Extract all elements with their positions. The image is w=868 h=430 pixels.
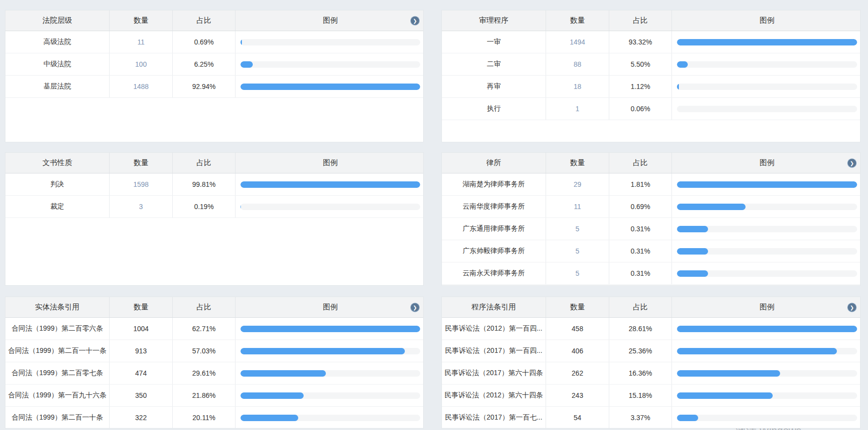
bar-value bbox=[677, 248, 708, 255]
bar-track bbox=[677, 348, 857, 354]
row-percentage: 6.25% bbox=[173, 53, 236, 75]
row-label: 二审 bbox=[442, 53, 546, 75]
row-percentage: 92.94% bbox=[173, 76, 236, 97]
row-count[interactable]: 5 bbox=[546, 262, 609, 284]
row-count[interactable]: 1488 bbox=[110, 76, 173, 97]
column-header-legend: 图例 bbox=[236, 297, 423, 317]
table-row: 民事诉讼法（2012）第一百四...45828.61% bbox=[442, 318, 860, 340]
panel-expand-icon[interactable]: ❯ bbox=[411, 16, 419, 25]
row-bar-cell bbox=[236, 31, 423, 53]
bar-track bbox=[240, 61, 420, 68]
row-bar-cell bbox=[672, 173, 860, 195]
row-label: 一审 bbox=[442, 31, 546, 53]
table-row: 一审149493.32% bbox=[442, 31, 860, 53]
row-percentage: 0.06% bbox=[609, 98, 672, 120]
row-count[interactable]: 1 bbox=[546, 98, 609, 120]
row-bar-cell bbox=[672, 98, 860, 120]
table-row: 民事诉讼法（2017）第一百七...543.37% bbox=[442, 407, 860, 429]
row-count[interactable]: 29 bbox=[546, 173, 609, 195]
stat-panel-5: 实体法条引用 数量 占比 图例 ❯ 合同法（1999）第二百零六条100462.… bbox=[5, 297, 424, 429]
row-count[interactable]: 5 bbox=[546, 218, 609, 240]
bar-value bbox=[677, 39, 857, 45]
row-percentage: 0.69% bbox=[173, 31, 236, 53]
table-row: 执行10.06% bbox=[442, 98, 860, 120]
table-row: 合同法（1999）第一百九十六条35021.86% bbox=[5, 385, 423, 407]
bar-value bbox=[240, 392, 304, 399]
column-header-count: 数量 bbox=[110, 297, 173, 317]
row-count[interactable]: 11 bbox=[546, 196, 609, 217]
bar-value bbox=[677, 348, 837, 354]
panel-header: 文书性质 数量 占比 图例 bbox=[5, 153, 423, 173]
column-header-pct: 占比 bbox=[173, 297, 236, 317]
row-bar-cell bbox=[672, 385, 860, 406]
row-bar-cell bbox=[672, 240, 860, 262]
row-count[interactable]: 88 bbox=[546, 53, 609, 75]
row-count: 474 bbox=[110, 362, 173, 384]
panel-rows: 判决159899.81%裁定30.19% bbox=[5, 173, 423, 218]
row-count[interactable]: 18 bbox=[546, 76, 609, 97]
row-count[interactable]: 100 bbox=[110, 53, 173, 75]
panel-header: 审理程序 数量 占比 图例 bbox=[442, 10, 860, 31]
row-count[interactable]: 1494 bbox=[546, 31, 609, 53]
row-count: 913 bbox=[110, 340, 173, 362]
row-count[interactable]: 3 bbox=[110, 196, 173, 217]
bar-value bbox=[240, 61, 253, 68]
row-label: 合同法（1999）第二百零六条 bbox=[5, 318, 110, 340]
row-count: 1004 bbox=[110, 318, 173, 340]
panel-expand-icon[interactable]: ❯ bbox=[411, 303, 419, 311]
column-header-count: 数量 bbox=[546, 10, 609, 31]
row-label: 高级法院 bbox=[5, 31, 110, 53]
column-header-pct: 占比 bbox=[173, 153, 236, 173]
row-bar-cell bbox=[672, 340, 860, 362]
row-count[interactable]: 5 bbox=[546, 240, 609, 262]
row-bar-cell bbox=[236, 407, 423, 429]
bar-value bbox=[240, 181, 420, 188]
bar-track bbox=[677, 181, 857, 188]
bar-track bbox=[240, 370, 420, 377]
row-bar-cell bbox=[236, 362, 423, 384]
panel-header: 程序法条引用 数量 占比 图例 ❯ bbox=[442, 297, 860, 318]
bar-value bbox=[240, 84, 420, 90]
row-bar-cell bbox=[672, 318, 860, 340]
panel-header: 法院层级 数量 占比 图例 ❯ bbox=[5, 10, 423, 31]
table-row: 民事诉讼法（2017）第一百四...40625.36% bbox=[442, 340, 860, 362]
row-count[interactable]: 11 bbox=[110, 31, 173, 53]
bar-value bbox=[677, 370, 780, 377]
row-bar-cell bbox=[236, 173, 423, 195]
row-percentage: 25.36% bbox=[609, 340, 672, 362]
row-bar-cell bbox=[672, 262, 860, 284]
row-bar-cell bbox=[672, 362, 860, 384]
row-label: 湖南楚为律师事务所 bbox=[442, 173, 546, 195]
panel-title: 律所 bbox=[442, 153, 546, 173]
table-row: 民事诉讼法（2017）第六十四条26216.36% bbox=[442, 362, 860, 385]
bar-track bbox=[677, 204, 857, 210]
panel-expand-icon[interactable]: ❯ bbox=[848, 303, 856, 311]
row-label: 合同法（1999）第二百一十一条 bbox=[5, 340, 110, 362]
row-bar-cell bbox=[672, 76, 860, 97]
panel-title: 程序法条引用 bbox=[442, 297, 546, 317]
bar-track bbox=[677, 61, 857, 68]
panel-rows: 高级法院110.69%中级法院1006.25%基层法院148892.94% bbox=[5, 31, 423, 98]
row-count[interactable]: 1598 bbox=[110, 173, 173, 195]
row-percentage: 5.50% bbox=[609, 53, 672, 75]
bar-value bbox=[240, 39, 242, 45]
bar-track bbox=[677, 226, 857, 232]
table-row: 高级法院110.69% bbox=[5, 31, 423, 53]
panel-rows: 湖南楚为律师事务所291.81%云南华度律师事务所110.69%广东通用律师事务… bbox=[442, 173, 860, 285]
bar-track bbox=[240, 392, 420, 399]
table-row: 判决159899.81% bbox=[5, 173, 423, 196]
stat-panel-2: 审理程序 数量 占比 图例 一审149493.32%二审885.50%再审181… bbox=[441, 10, 861, 142]
row-percentage: 16.36% bbox=[609, 362, 672, 384]
row-percentage: 99.81% bbox=[173, 173, 236, 195]
panel-expand-icon[interactable]: ❯ bbox=[848, 159, 856, 167]
row-percentage: 0.31% bbox=[609, 218, 672, 240]
row-label: 民事诉讼法（2017）第一百四... bbox=[442, 340, 546, 362]
row-bar-cell bbox=[236, 53, 423, 75]
row-label: 合同法（1999）第二百零七条 bbox=[5, 362, 110, 384]
row-bar-cell bbox=[236, 318, 423, 340]
row-percentage: 15.18% bbox=[609, 385, 672, 406]
row-label: 合同法（1999）第一百九十六条 bbox=[5, 385, 110, 406]
row-percentage: 3.37% bbox=[609, 407, 672, 429]
bar-value bbox=[677, 181, 857, 188]
column-header-legend: 图例 bbox=[236, 153, 423, 173]
